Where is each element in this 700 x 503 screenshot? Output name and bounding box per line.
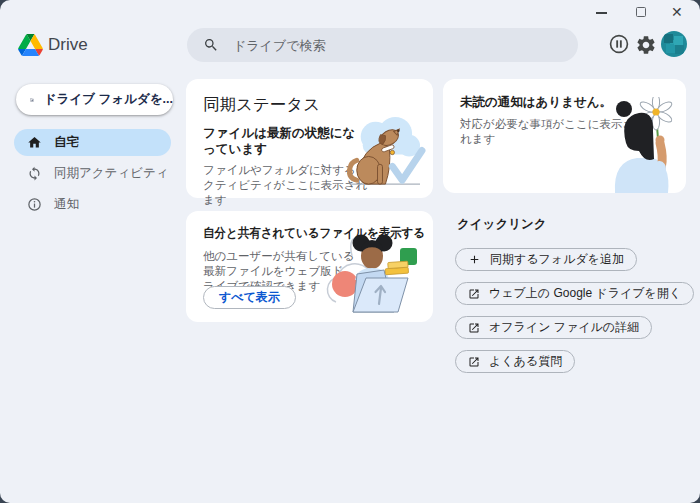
sidebar-item-label: 通知 [54, 196, 79, 213]
notifications-card-title: 未読の通知はありません。 [460, 94, 680, 111]
app-title: Drive [48, 35, 88, 55]
open-in-new-icon [468, 288, 480, 300]
sync-card-subtitle: ファイルは最新の状態になっています [203, 125, 365, 157]
faq-button[interactable]: よくある質問 [455, 350, 575, 373]
quick-links-title: クイックリンク [457, 216, 547, 233]
sidebar-item-label: 同期アクティビティ [54, 165, 169, 182]
quick-link-label: オフライン ファイルの詳細 [489, 319, 639, 336]
sync-status-card: 同期ステータス ファイルは最新の状態になっています ファイルやフォルダに対するア… [186, 79, 433, 198]
minimize-button[interactable] [596, 12, 607, 14]
settings-gear-icon[interactable] [635, 34, 657, 56]
open-in-new-icon [468, 322, 480, 334]
open-in-new-icon [468, 356, 480, 368]
sidebar-item-label: 自宅 [54, 134, 79, 151]
sync-card-description: ファイルやフォルダに対するアクティビティがここに表示されます [203, 163, 373, 208]
open-drive-web-button[interactable]: ウェブ上の Google ドライブを開く [455, 282, 694, 305]
notifications-card-description: 対応が必要な事項がここに表示されます [460, 117, 638, 147]
sidebar-item-home[interactable]: 自宅 [14, 129, 171, 156]
sync-card-title: 同期ステータス [203, 94, 320, 116]
plus-icon [468, 253, 481, 266]
home-icon [27, 135, 42, 150]
quick-link-label: ウェブ上の Google ドライブを開く [489, 285, 681, 302]
pause-sync-icon[interactable] [608, 33, 630, 55]
app-window: ✕ Drive ドライブ フォルダを... 自宅 [0, 0, 700, 503]
search-bar[interactable] [187, 28, 578, 62]
open-drive-folder-button[interactable]: ドライブ フォルダを... [16, 84, 173, 115]
maximize-button[interactable] [636, 7, 646, 17]
google-drive-logo-icon [18, 34, 43, 56]
info-icon [27, 197, 42, 212]
quick-link-label: 同期するフォルダを追加 [490, 251, 624, 268]
open-drive-folder-label: ドライブ フォルダを... [44, 91, 173, 108]
shared-files-card: 自分と共有されているファイルを表示する 他のユーザーが共有している最新ファイルを… [186, 211, 433, 322]
add-sync-folder-button[interactable]: 同期するフォルダを追加 [455, 248, 637, 271]
search-input[interactable] [231, 37, 535, 54]
notifications-card: 未読の通知はありません。 対応が必要な事項がここに表示されます [443, 79, 686, 193]
show-all-button[interactable]: すべて表示 [203, 286, 296, 309]
sync-icon [27, 166, 42, 181]
sidebar-item-notifications[interactable]: 通知 [14, 191, 171, 218]
offline-files-details-button[interactable]: オフライン ファイルの詳細 [455, 316, 652, 339]
search-icon [203, 37, 219, 53]
sidebar-item-sync-activity[interactable]: 同期アクティビティ [14, 160, 171, 187]
close-button[interactable]: ✕ [671, 3, 683, 21]
account-avatar[interactable] [661, 31, 687, 57]
drive-folder-icon [30, 93, 34, 107]
quick-link-label: よくある質問 [489, 353, 562, 370]
shared-card-title: 自分と共有されているファイルを表示する [203, 225, 425, 242]
